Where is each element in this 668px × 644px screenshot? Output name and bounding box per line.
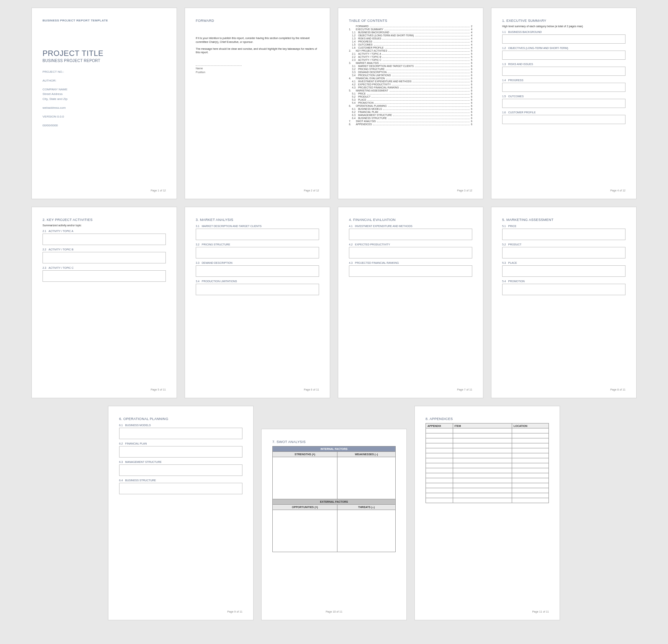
location-cell[interactable] — [512, 438, 548, 443]
input-field[interactable] — [43, 234, 166, 245]
subsection-label: 5.3PLACE — [502, 262, 625, 264]
appendix-cell[interactable] — [426, 458, 453, 463]
location-cell[interactable] — [512, 443, 548, 448]
subsection-label: 1.3RISKS AND ISSUES — [502, 63, 625, 65]
toc-dots — [392, 76, 470, 76]
appendix-cell[interactable] — [426, 428, 453, 433]
input-field[interactable] — [119, 446, 242, 458]
input-field[interactable] — [196, 265, 319, 277]
location-cell[interactable] — [512, 493, 548, 498]
location-cell[interactable] — [512, 448, 548, 453]
toc-dots — [392, 85, 470, 85]
location-cell[interactable] — [512, 458, 548, 463]
toc-row: 2.1ACTIVITY / TOPIC A5 — [349, 52, 472, 55]
location-cell[interactable] — [512, 473, 548, 478]
item-cell[interactable] — [453, 453, 512, 458]
location-cell[interactable] — [512, 488, 548, 493]
input-field[interactable] — [502, 265, 625, 277]
project-title: PROJECT TITLE — [43, 49, 166, 58]
toc-text: PRICING STRUCTURE — [358, 68, 385, 70]
subsection-label: 6.1BUSINESS MODELS — [119, 424, 242, 427]
location-cell[interactable] — [512, 468, 548, 473]
appendix-cell[interactable] — [426, 498, 453, 503]
input-field[interactable] — [43, 270, 166, 282]
toc-dots — [377, 122, 470, 122]
input-field[interactable] — [349, 247, 472, 258]
input-field[interactable] — [502, 115, 625, 124]
appendix-cell[interactable] — [426, 463, 453, 468]
item-cell[interactable] — [453, 438, 512, 443]
toc-row: 6.2FINANCIAL PLAN6 — [349, 111, 472, 113]
item-cell[interactable] — [453, 483, 512, 488]
input-field[interactable] — [502, 51, 625, 60]
subsection-label: 5.4PROMOTION — [502, 280, 625, 283]
toc-page: 4 — [471, 40, 472, 43]
input-field[interactable] — [43, 252, 166, 263]
subsection-label: 6.2FINANCIAL PLAN — [119, 442, 242, 445]
input-field[interactable] — [196, 229, 319, 240]
item-cell[interactable] — [453, 468, 512, 473]
item-cell[interactable] — [453, 488, 512, 493]
appendix-cell[interactable] — [426, 468, 453, 473]
project-no-label: PROJECT NO.: — [43, 70, 166, 75]
input-field[interactable] — [502, 83, 625, 92]
item-cell[interactable] — [453, 478, 512, 483]
location-cell[interactable] — [512, 483, 548, 488]
appendix-cell[interactable] — [426, 473, 453, 478]
appendix-cell[interactable] — [426, 443, 453, 448]
item-cell[interactable] — [453, 443, 512, 448]
appendix-cell[interactable] — [426, 478, 453, 483]
toc-page: 6 — [471, 80, 472, 83]
appendix-cell[interactable] — [426, 488, 453, 493]
toc-row: 5.1PRICE6 — [349, 92, 472, 95]
appendix-cell[interactable] — [426, 438, 453, 443]
toc-page: 4 — [471, 31, 472, 34]
location-cell[interactable] — [512, 453, 548, 458]
toc-text: PRODUCTION LIMITATIONS — [358, 74, 391, 77]
input-field[interactable] — [502, 67, 625, 76]
appendix-cell[interactable] — [426, 453, 453, 458]
location-cell[interactable] — [512, 433, 548, 438]
input-field[interactable] — [502, 284, 625, 295]
input-field[interactable] — [349, 229, 472, 240]
location-cell[interactable] — [512, 498, 548, 503]
toc-text: APPENDICES — [356, 123, 372, 126]
input-field[interactable] — [119, 428, 242, 439]
item-cell[interactable] — [453, 473, 512, 478]
toc-num: 1.3 — [349, 37, 358, 40]
appendix-cell[interactable] — [426, 483, 453, 488]
input-field[interactable] — [196, 247, 319, 258]
toc-dots — [385, 48, 470, 49]
page-1: BUSINESS PROJECT REPORT TEMPLATE PROJECT… — [31, 8, 177, 199]
location-cell[interactable] — [512, 428, 548, 433]
city-state-zip: City, State and Zip — [43, 97, 166, 102]
toc-num: 6.3 — [349, 114, 358, 116]
input-field[interactable] — [119, 483, 242, 494]
item-cell[interactable] — [453, 463, 512, 468]
appendix-cell[interactable] — [426, 448, 453, 453]
appendix-cell[interactable] — [426, 493, 453, 498]
input-field[interactable] — [119, 464, 242, 476]
input-field[interactable] — [196, 284, 319, 295]
item-cell[interactable] — [453, 498, 512, 503]
item-cell[interactable] — [453, 428, 512, 433]
item-cell[interactable] — [453, 448, 512, 453]
toc-text: BUSINESS BACKGROUND — [358, 31, 389, 34]
toc-row: 5.3PLACE6 — [349, 98, 472, 101]
location-cell[interactable] — [512, 463, 548, 468]
appendix-cell[interactable] — [426, 433, 453, 438]
item-cell[interactable] — [453, 433, 512, 438]
location-cell[interactable] — [512, 478, 548, 483]
input-field[interactable] — [502, 99, 625, 108]
toc-text: OBJECTIVES (LONG-TERM AND SHORT-TERM) — [358, 34, 414, 37]
input-field[interactable] — [502, 229, 625, 240]
toc-row: 2.KEY PROJECT ACTIVITIES5 — [349, 49, 472, 52]
input-field[interactable] — [502, 247, 625, 258]
toc-num: 4. — [349, 77, 356, 80]
input-field[interactable] — [502, 34, 625, 44]
toc-row: 1.1BUSINESS BACKGROUND4 — [349, 31, 472, 34]
item-cell[interactable] — [453, 458, 512, 463]
page-10: 7. SWOT ANALYSIS INTERNAL FACTORS STRENG… — [261, 429, 407, 620]
input-field[interactable] — [349, 265, 472, 277]
item-cell[interactable] — [453, 493, 512, 498]
